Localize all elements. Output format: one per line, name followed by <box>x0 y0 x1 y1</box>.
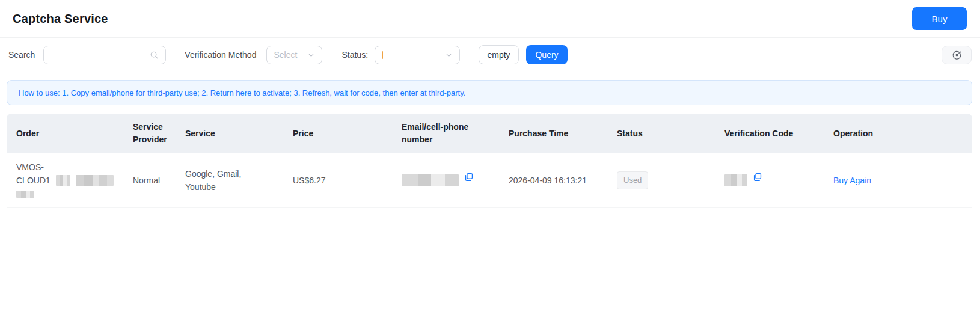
verification-method-label: Verification Method <box>185 50 256 60</box>
copy-email-icon[interactable] <box>464 172 474 182</box>
redacted-email <box>402 174 459 186</box>
empty-button[interactable]: empty <box>479 45 519 64</box>
column-header-purchase-time: Purchase Time <box>499 114 607 153</box>
column-header-service-provider: Service Provider <box>123 114 176 153</box>
orders-table: Order Service Provider Service Price Ema… <box>7 114 972 208</box>
email-cell <box>392 153 499 207</box>
verification-method-placeholder: Select <box>274 50 297 60</box>
column-header-verification-code: Verification Code <box>715 114 824 153</box>
redacted-order-fragment <box>16 191 34 198</box>
table-row: VMOS- CLOUD1 Normal Google, Gmail, Youtu… <box>7 153 972 208</box>
how-to-banner: How to use: 1. Copy email/phone for thir… <box>7 80 972 105</box>
order-cell: VMOS- CLOUD1 <box>7 153 123 207</box>
chevron-down-icon <box>307 51 315 59</box>
app-header: Captcha Service Buy <box>0 0 980 38</box>
chevron-down-icon <box>445 51 453 59</box>
search-input[interactable] <box>51 50 150 60</box>
order-id-line2: CLOUD1 <box>16 174 51 187</box>
buy-button[interactable]: Buy <box>912 7 967 30</box>
service-provider-cell: Normal <box>123 153 176 207</box>
column-header-price: Price <box>283 114 392 153</box>
column-header-status: Status <box>607 114 715 153</box>
buy-again-link[interactable]: Buy Again <box>833 174 871 187</box>
search-label: Search <box>8 50 35 60</box>
column-header-service: Service <box>176 114 283 153</box>
status-label: Status: <box>341 50 368 60</box>
search-input-wrap[interactable] <box>43 46 166 64</box>
verification-method-select[interactable]: Select <box>266 46 322 64</box>
refresh-icon <box>952 50 962 60</box>
service-cell: Google, Gmail, Youtube <box>176 153 283 207</box>
page-title: Captcha Service <box>13 12 108 26</box>
refresh-button[interactable] <box>942 46 972 64</box>
verification-code-cell <box>715 153 824 207</box>
copy-code-icon[interactable] <box>752 172 762 182</box>
redacted-order-fragment <box>56 175 70 186</box>
status-badge: Used <box>617 171 648 189</box>
query-button[interactable]: Query <box>526 45 568 64</box>
captcha-service-page: Captcha Service Buy Search Verification … <box>0 0 980 318</box>
text-cursor <box>382 51 383 59</box>
purchase-time-cell: 2026-04-09 16:13:21 <box>499 153 607 207</box>
column-header-order: Order <box>7 114 123 153</box>
table-header-row: Order Service Provider Service Price Ema… <box>7 114 972 153</box>
order-id-line1: VMOS- <box>16 161 114 174</box>
status-select[interactable] <box>375 46 460 64</box>
redacted-order-fragment <box>76 175 114 186</box>
search-icon <box>150 50 159 60</box>
price-cell: US$6.27 <box>283 153 392 207</box>
column-header-operation: Operation <box>824 114 972 153</box>
filter-bar: Search Verification Method Select Status… <box>0 38 980 72</box>
status-cell: Used <box>607 153 715 207</box>
how-to-banner-text: How to use: 1. Copy email/phone for thir… <box>19 88 465 97</box>
column-header-email: Email/cell-phone number <box>392 114 499 153</box>
redacted-verification-code <box>724 174 747 186</box>
operation-cell: Buy Again <box>824 153 972 207</box>
